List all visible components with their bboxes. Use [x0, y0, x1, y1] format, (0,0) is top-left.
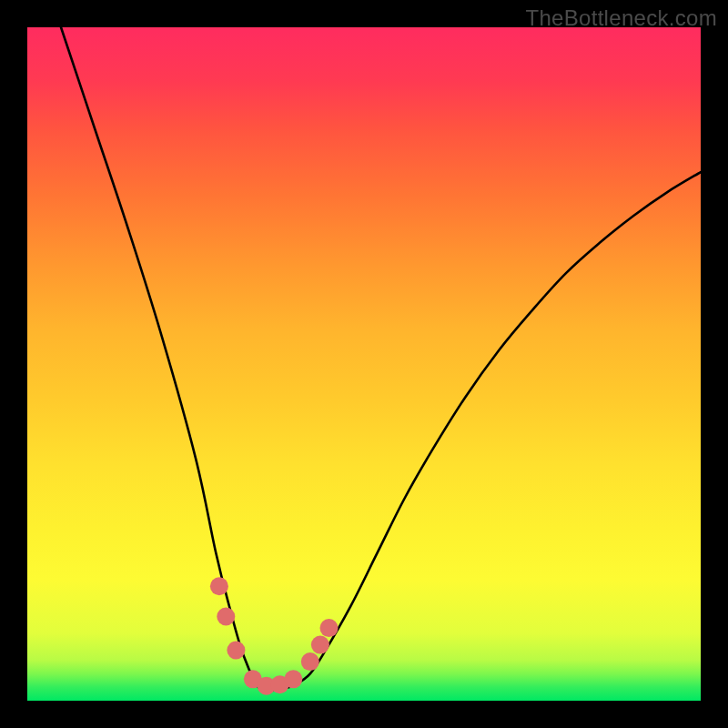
marker-dot: [301, 652, 319, 671]
watermark-text: TheBottleneck.com: [525, 5, 717, 31]
plot-area: [27, 27, 701, 701]
marker-dot: [284, 670, 302, 688]
chart-frame: TheBottleneck.com: [0, 0, 728, 728]
marker-dot: [311, 636, 329, 654]
marker-dot: [217, 608, 235, 626]
chart-svg: [27, 27, 701, 701]
marker-dot: [227, 642, 245, 660]
marker-dot: [210, 577, 228, 595]
curve-line: [61, 27, 701, 692]
curve-markers: [210, 577, 339, 695]
marker-dot: [320, 619, 339, 637]
